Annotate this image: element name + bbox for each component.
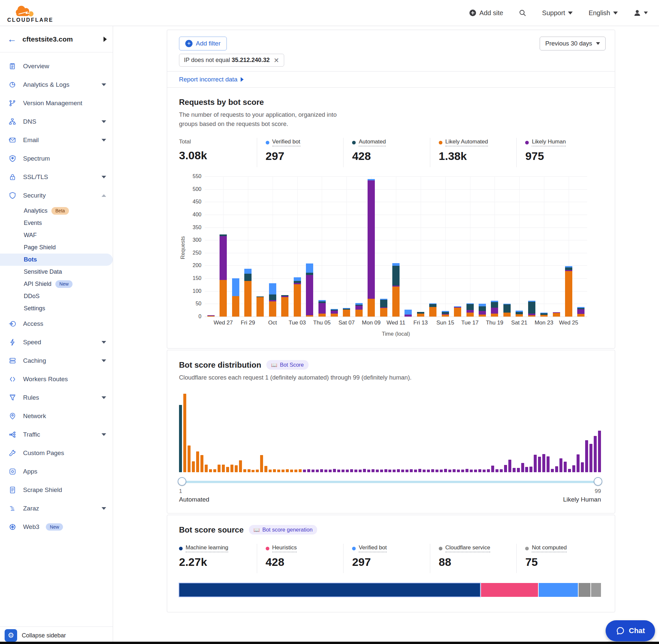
histogram-bar[interactable] — [384, 469, 387, 472]
histogram-bar[interactable] — [324, 469, 327, 472]
site-expand-icon[interactable] — [103, 37, 107, 42]
bot-score-doc-badge[interactable]: 📖 Bot Score — [266, 360, 308, 370]
sidebar-item-bots[interactable]: Bots — [0, 254, 113, 266]
sidebar-item-analytics-logs[interactable]: Analytics & Logs — [0, 75, 113, 94]
chart-bar[interactable] — [377, 177, 390, 317]
chart-bar[interactable] — [550, 177, 562, 317]
histogram-bar[interactable] — [551, 469, 554, 472]
slider-track[interactable] — [179, 481, 601, 483]
histogram-bar[interactable] — [560, 458, 562, 472]
histogram-bar[interactable] — [311, 469, 314, 472]
histogram-bar[interactable] — [363, 469, 366, 472]
histogram-bar[interactable] — [235, 465, 238, 472]
histogram-bar[interactable] — [342, 469, 345, 472]
histogram-bar[interactable] — [598, 431, 601, 472]
chart-bar[interactable] — [513, 177, 525, 317]
histogram-bar[interactable] — [448, 469, 451, 472]
histogram-bar[interactable] — [529, 466, 533, 472]
histogram-bar[interactable] — [576, 454, 580, 472]
histogram-bar[interactable] — [517, 468, 520, 472]
histogram-bar[interactable] — [209, 469, 212, 472]
stat-label[interactable]: Likely Automated — [445, 138, 488, 146]
sidebar-item-sensitive-data[interactable]: Sensitive Data — [0, 266, 113, 278]
histogram-bar[interactable] — [589, 444, 592, 472]
histogram-bar[interactable] — [585, 440, 588, 472]
stat-label[interactable]: Automated — [359, 138, 386, 146]
source-segment-machine-learning[interactable] — [179, 583, 480, 597]
add-filter-button[interactable]: + Add filter — [179, 37, 227, 50]
histogram-bar[interactable] — [179, 405, 182, 472]
chart-bar[interactable] — [427, 177, 439, 317]
chart-bar[interactable] — [501, 177, 513, 317]
chart-bar[interactable] — [562, 177, 574, 317]
histogram-bar[interactable] — [256, 469, 259, 472]
histogram-bar[interactable] — [393, 469, 396, 472]
histogram-bar[interactable] — [303, 469, 306, 472]
histogram-bar[interactable] — [239, 460, 242, 472]
histogram-bar[interactable] — [367, 469, 370, 472]
chart-bar[interactable] — [538, 177, 550, 317]
chart-bar[interactable] — [242, 177, 254, 317]
histogram-bar[interactable] — [414, 469, 417, 472]
sidebar-item-analytics[interactable]: AnalyticsBeta — [0, 205, 113, 217]
sidebar-item-scrape-shield[interactable]: Scrape Shield — [0, 481, 113, 499]
sidebar-item-dns[interactable]: DNS — [0, 112, 113, 131]
histogram-bar[interactable] — [440, 469, 443, 472]
chat-button[interactable]: Chat — [606, 620, 655, 641]
histogram-bar[interactable] — [264, 466, 267, 472]
histogram-bar[interactable] — [427, 469, 430, 472]
histogram-bar[interactable] — [410, 469, 413, 472]
add-site-button[interactable]: Add site — [467, 9, 505, 17]
report-incorrect-data-link[interactable]: Report incorrect data — [167, 72, 615, 87]
stat-label[interactable]: Machine learning — [186, 545, 228, 552]
histogram-bar[interactable] — [504, 465, 507, 472]
chart-bar[interactable] — [451, 177, 464, 317]
sidebar-item-workers-routes[interactable]: Workers Routes — [0, 370, 113, 388]
bot-score-generation-doc-badge[interactable]: 📖 Bot score generation — [249, 525, 317, 534]
chart-bar[interactable] — [279, 177, 291, 317]
sidebar-item-rules[interactable]: Rules — [0, 388, 113, 407]
histogram-bar[interactable] — [564, 462, 567, 472]
histogram-bar[interactable] — [231, 465, 233, 472]
sidebar-item-web3[interactable]: Web3New — [0, 518, 113, 536]
chart-bar[interactable] — [575, 177, 587, 317]
source-segment-cloudflare-service[interactable] — [579, 583, 590, 597]
settings-button[interactable]: ⚙ — [5, 629, 17, 642]
histogram-bar[interactable] — [372, 469, 375, 472]
histogram-bar[interactable] — [461, 469, 464, 472]
collapse-sidebar-button[interactable]: Collapse sidebar — [22, 632, 66, 639]
histogram-bar[interactable] — [201, 455, 204, 472]
chart-bar[interactable] — [254, 177, 266, 317]
chart-bar[interactable] — [230, 177, 242, 317]
source-segment-heuristics[interactable] — [481, 583, 538, 597]
histogram-bar[interactable] — [538, 457, 541, 472]
histogram-bar[interactable] — [337, 469, 340, 472]
histogram-bar[interactable] — [547, 456, 549, 472]
histogram-bar[interactable] — [269, 469, 272, 472]
histogram-bar[interactable] — [418, 469, 421, 472]
chart-bar[interactable] — [316, 177, 328, 317]
sidebar-item-email[interactable]: Email — [0, 131, 113, 150]
histogram-bar[interactable] — [470, 469, 473, 472]
histogram-bar[interactable] — [508, 460, 511, 472]
histogram-bar[interactable] — [431, 469, 434, 472]
stat-label[interactable]: Verified bot — [359, 545, 387, 552]
stat-label[interactable]: Verified bot — [272, 138, 300, 146]
histogram-bar[interactable] — [273, 469, 276, 472]
search-button[interactable] — [517, 9, 528, 17]
account-menu[interactable] — [632, 9, 650, 17]
support-menu[interactable]: Support — [540, 9, 574, 17]
histogram-bar[interactable] — [354, 469, 357, 472]
chart-bar[interactable] — [303, 177, 315, 317]
filter-chip[interactable]: IP does not equal 35.212.240.32 ✕ — [179, 54, 284, 67]
histogram-bar[interactable] — [226, 467, 229, 472]
histogram-bar[interactable] — [478, 469, 481, 472]
histogram-bar[interactable] — [359, 469, 362, 472]
histogram-bar[interactable] — [290, 469, 293, 472]
sidebar-item-settings[interactable]: Settings — [0, 302, 113, 315]
histogram-bar[interactable] — [525, 467, 528, 472]
histogram-bar[interactable] — [346, 469, 349, 472]
histogram-bar[interactable] — [316, 469, 319, 472]
histogram-bar[interactable] — [188, 445, 191, 472]
histogram-bar[interactable] — [196, 452, 199, 472]
